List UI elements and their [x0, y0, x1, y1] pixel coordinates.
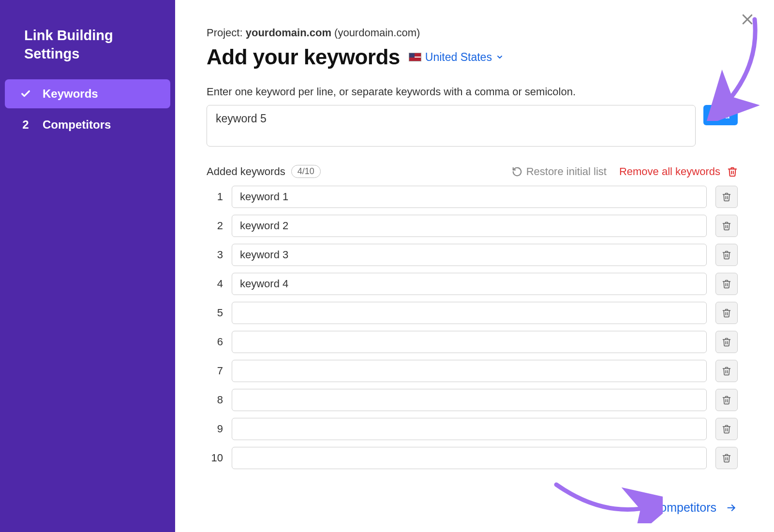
row-index: 2: [207, 220, 223, 232]
keyword-field[interactable]: [232, 418, 707, 440]
row-index: 3: [207, 249, 223, 261]
keyword-row: 9: [207, 418, 738, 440]
keyword-field[interactable]: [232, 186, 707, 208]
trash-icon: [722, 337, 731, 347]
trash-icon: [727, 166, 738, 177]
sidebar-item-keywords[interactable]: Keywords: [5, 79, 170, 108]
trash-icon: [722, 424, 731, 434]
close-button[interactable]: [738, 10, 757, 29]
project-prefix: Project:: [207, 27, 246, 39]
keyword-row: 4: [207, 273, 738, 295]
keyword-row: 3: [207, 244, 738, 266]
next-step-label: Competitors: [651, 501, 716, 515]
keyword-field[interactable]: [232, 331, 707, 353]
keyword-field[interactable]: [232, 389, 707, 411]
keyword-row: 8: [207, 389, 738, 411]
add-button[interactable]: Add: [703, 105, 738, 125]
trash-icon: [722, 366, 731, 376]
row-index: 4: [207, 278, 223, 290]
restore-list-button[interactable]: Restore initial list: [512, 165, 607, 178]
project-suffix: (yourdomain.com): [331, 27, 420, 39]
flag-icon: [409, 53, 421, 61]
trash-icon: [722, 192, 731, 202]
delete-keyword-button[interactable]: [715, 360, 738, 382]
arrow-right-icon: [725, 503, 738, 513]
delete-keyword-button[interactable]: [715, 273, 738, 295]
row-index: 5: [207, 307, 223, 319]
keyword-field[interactable]: [232, 302, 707, 324]
trash-icon: [722, 395, 731, 405]
delete-keyword-button[interactable]: [715, 186, 738, 208]
keyword-input[interactable]: [207, 105, 696, 147]
sidebar-title: Link Building Settings: [0, 27, 175, 77]
added-keywords-label: Added keywords: [207, 165, 285, 178]
main-panel: Project: yourdomain.com (yourdomain.com)…: [175, 0, 774, 532]
chevron-down-icon: [496, 53, 504, 61]
row-index: 10: [207, 452, 223, 464]
sidebar-item-label: Competitors: [43, 118, 111, 132]
row-index: 8: [207, 394, 223, 406]
keyword-row: 10: [207, 447, 738, 469]
project-domain: yourdomain.com: [246, 27, 331, 39]
instruction-text: Enter one keyword per line, or separate …: [207, 86, 738, 98]
step-number: 2: [19, 118, 32, 132]
delete-keyword-button[interactable]: [715, 418, 738, 440]
row-index: 7: [207, 365, 223, 377]
country-selector[interactable]: United States: [409, 51, 504, 64]
trash-icon: [722, 453, 731, 463]
keyword-field[interactable]: [232, 244, 707, 266]
keyword-rows: 12345678910: [207, 186, 738, 469]
project-label: Project: yourdomain.com (yourdomain.com): [207, 27, 738, 39]
keyword-row: 2: [207, 215, 738, 237]
keyword-row: 5: [207, 302, 738, 324]
trash-icon: [722, 250, 731, 260]
keyword-field[interactable]: [232, 273, 707, 295]
row-index: 9: [207, 423, 223, 435]
next-step-link[interactable]: Competitors: [651, 501, 738, 515]
restore-label: Restore initial list: [526, 165, 607, 178]
annotation-arrow: [551, 480, 663, 523]
keyword-field[interactable]: [232, 447, 707, 469]
delete-keyword-button[interactable]: [715, 244, 738, 266]
page-title: Add your keywords: [207, 45, 400, 69]
keyword-field[interactable]: [232, 360, 707, 382]
delete-keyword-button[interactable]: [715, 215, 738, 237]
undo-icon: [512, 166, 522, 177]
trash-icon: [722, 279, 731, 289]
keyword-field[interactable]: [232, 215, 707, 237]
sidebar-item-competitors[interactable]: 2 Competitors: [5, 110, 170, 139]
delete-keyword-button[interactable]: [715, 447, 738, 469]
remove-all-label: Remove all keywords: [619, 165, 720, 178]
keyword-count-badge: 4/10: [291, 165, 321, 178]
remove-all-button[interactable]: Remove all keywords: [619, 165, 738, 178]
keyword-row: 6: [207, 331, 738, 353]
row-index: 6: [207, 336, 223, 348]
delete-keyword-button[interactable]: [715, 389, 738, 411]
keyword-row: 7: [207, 360, 738, 382]
delete-keyword-button[interactable]: [715, 302, 738, 324]
trash-icon: [722, 308, 731, 318]
country-label: United States: [425, 51, 492, 64]
check-icon: [19, 89, 32, 99]
trash-icon: [722, 221, 731, 231]
sidebar-item-label: Keywords: [43, 87, 98, 101]
close-icon: [740, 12, 755, 27]
row-index: 1: [207, 191, 223, 203]
delete-keyword-button[interactable]: [715, 331, 738, 353]
sidebar: Link Building Settings Keywords 2 Compet…: [0, 0, 175, 532]
keyword-row: 1: [207, 186, 738, 208]
